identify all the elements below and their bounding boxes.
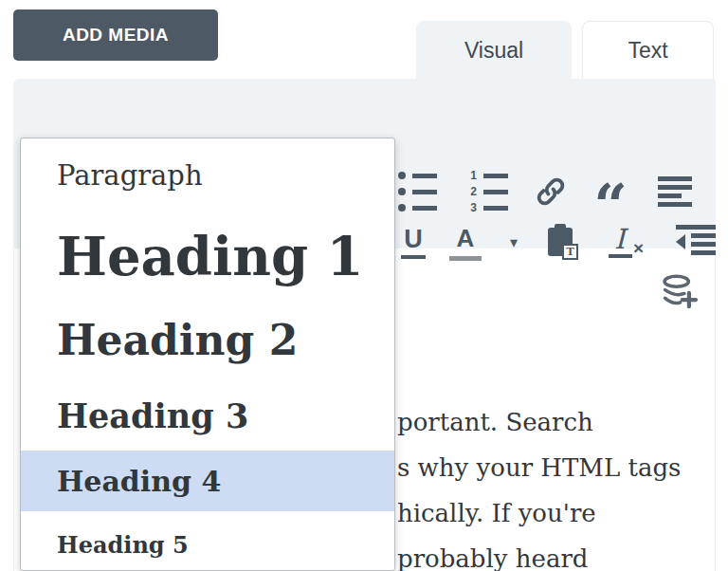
text-color-bar: [449, 256, 482, 261]
text-line: portant. Search: [397, 399, 719, 445]
link-button[interactable]: [531, 171, 571, 212]
clear-formatting-button[interactable]: I ×: [606, 221, 651, 263]
link-icon: [533, 174, 569, 210]
format-option-heading-4-selected[interactable]: Heading 4: [21, 451, 394, 511]
editor-window: ADD MEDIA Visual Text Heading 4 ▾ B I 1 …: [0, 0, 728, 571]
text-line: probably heard: [397, 536, 719, 571]
numbered-list-button[interactable]: 1 2 3: [464, 171, 512, 212]
paste-as-text-icon: T: [546, 224, 578, 260]
tab-text[interactable]: Text: [582, 21, 714, 80]
numbered-list-icon: 1 2 3: [468, 172, 508, 212]
clear-formatting-icon: I ×: [609, 223, 648, 261]
outdent-button[interactable]: [674, 221, 718, 263]
bullet-list-button[interactable]: [396, 171, 438, 212]
format-option-heading-3[interactable]: Heading 3: [21, 380, 394, 451]
outdent-icon: [676, 225, 716, 259]
underline-button[interactable]: U: [392, 221, 434, 263]
tab-visual[interactable]: Visual: [416, 21, 572, 80]
blockquote-button[interactable]: “: [590, 171, 631, 212]
underline-glyph: U: [404, 225, 423, 254]
text-color-caret-icon[interactable]: ▾: [497, 221, 531, 263]
format-option-heading-1[interactable]: Heading 1: [21, 212, 394, 300]
paste-as-text-button[interactable]: T: [540, 221, 584, 263]
bullet-list-icon: [398, 172, 437, 212]
format-option-heading-2[interactable]: Heading 2: [21, 300, 394, 380]
format-dropdown-menu: Paragraph Heading 1 Heading 2 Heading 3 …: [20, 138, 395, 571]
add-media-button[interactable]: ADD MEDIA: [13, 9, 218, 61]
text-color-button[interactable]: A: [445, 221, 486, 263]
align-left-icon: [658, 176, 692, 207]
stack-add-icon[interactable]: [661, 273, 699, 315]
align-left-button[interactable]: [656, 171, 694, 212]
format-option-heading-5[interactable]: Heading 5: [21, 511, 394, 571]
text-color-glyph: A: [457, 224, 475, 253]
text-line: hically. If you're: [397, 490, 719, 536]
underline-bar: [401, 255, 426, 259]
format-option-paragraph[interactable]: Paragraph: [21, 138, 394, 212]
text-line: s why your HTML tags: [397, 445, 719, 490]
document-text[interactable]: portant. Search s why your HTML tags hic…: [397, 399, 719, 571]
